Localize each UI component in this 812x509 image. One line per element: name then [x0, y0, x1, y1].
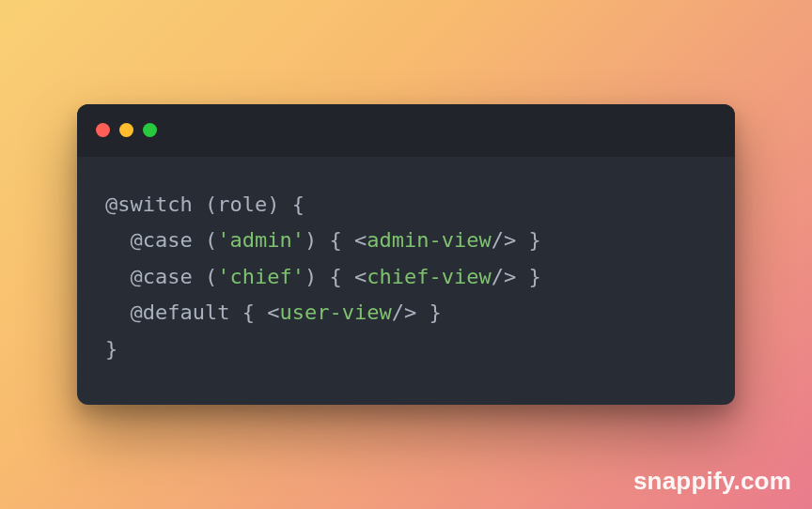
close-icon[interactable] — [96, 123, 110, 137]
code-block: @switch (role) { @case ('admin') { <admi… — [77, 157, 735, 406]
minimize-icon[interactable] — [119, 123, 133, 137]
watermark: snappify.com — [633, 467, 791, 496]
code-line-4: @default { <user-view/> } — [105, 301, 442, 324]
maximize-icon[interactable] — [143, 123, 157, 137]
code-line-2: @case ('admin') { <admin-view/> } — [105, 228, 541, 252]
window-titlebar — [77, 104, 735, 157]
code-line-5: } — [105, 337, 117, 361]
code-line-1: @switch (role) { — [105, 193, 304, 216]
code-window: @switch (role) { @case ('admin') { <admi… — [77, 104, 735, 406]
code-line-3: @case ('chief') { <chief-view/> } — [105, 265, 541, 288]
